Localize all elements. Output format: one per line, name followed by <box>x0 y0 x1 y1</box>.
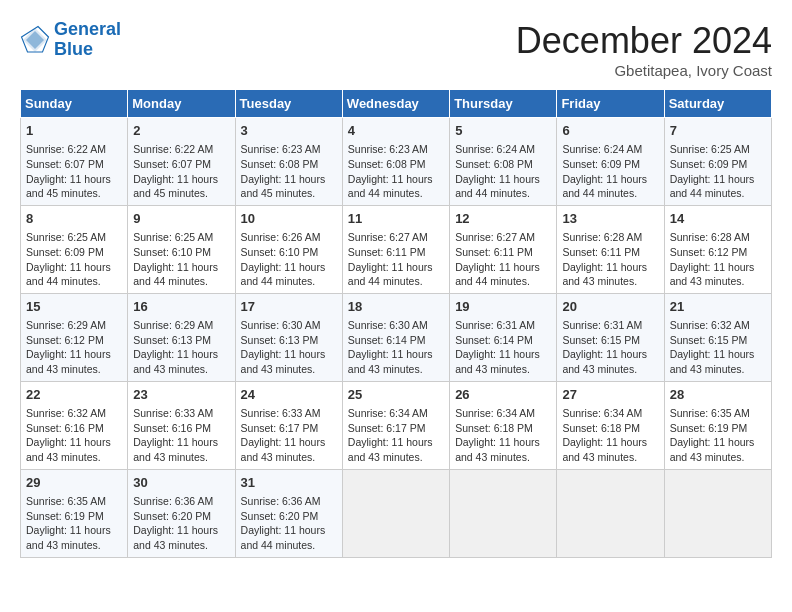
calendar-cell: 26Sunrise: 6:34 AMSunset: 6:18 PMDayligh… <box>450 381 557 469</box>
calendar-cell: 23Sunrise: 6:33 AMSunset: 6:16 PMDayligh… <box>128 381 235 469</box>
day-info-line: Sunrise: 6:35 AM <box>670 406 766 421</box>
day-info-line: Sunset: 6:14 PM <box>348 333 444 348</box>
day-number: 25 <box>348 386 444 404</box>
calendar-cell: 18Sunrise: 6:30 AMSunset: 6:14 PMDayligh… <box>342 293 449 381</box>
day-info-line: and 44 minutes. <box>241 274 337 289</box>
day-info-line: and 43 minutes. <box>562 274 658 289</box>
day-info-line: and 44 minutes. <box>241 538 337 553</box>
day-info-line: Daylight: 11 hours <box>26 523 122 538</box>
day-number: 5 <box>455 122 551 140</box>
weekday-header-tuesday: Tuesday <box>235 90 342 118</box>
day-info-line: and 44 minutes. <box>562 186 658 201</box>
logo-text: General Blue <box>54 20 121 60</box>
calendar-cell <box>557 469 664 557</box>
day-info-line: and 43 minutes. <box>562 362 658 377</box>
day-info-line: Daylight: 11 hours <box>26 435 122 450</box>
day-number: 31 <box>241 474 337 492</box>
calendar-cell: 1Sunrise: 6:22 AMSunset: 6:07 PMDaylight… <box>21 118 128 206</box>
day-info-line: Sunrise: 6:23 AM <box>241 142 337 157</box>
day-info-line: Daylight: 11 hours <box>562 347 658 362</box>
day-number: 15 <box>26 298 122 316</box>
day-info-line: Sunset: 6:12 PM <box>670 245 766 260</box>
day-number: 3 <box>241 122 337 140</box>
calendar-cell: 17Sunrise: 6:30 AMSunset: 6:13 PMDayligh… <box>235 293 342 381</box>
weekday-header-saturday: Saturday <box>664 90 771 118</box>
day-number: 11 <box>348 210 444 228</box>
day-info-line: Sunrise: 6:34 AM <box>348 406 444 421</box>
day-info-line: and 43 minutes. <box>133 450 229 465</box>
day-info-line: Daylight: 11 hours <box>562 260 658 275</box>
weekday-header-sunday: Sunday <box>21 90 128 118</box>
day-info-line: Daylight: 11 hours <box>133 172 229 187</box>
day-info-line: Daylight: 11 hours <box>241 523 337 538</box>
day-number: 7 <box>670 122 766 140</box>
day-info-line: Daylight: 11 hours <box>455 172 551 187</box>
day-info-line: Sunset: 6:10 PM <box>133 245 229 260</box>
day-number: 24 <box>241 386 337 404</box>
day-info-line: Daylight: 11 hours <box>455 435 551 450</box>
day-number: 27 <box>562 386 658 404</box>
logo: General Blue <box>20 20 121 60</box>
calendar-cell: 20Sunrise: 6:31 AMSunset: 6:15 PMDayligh… <box>557 293 664 381</box>
day-info-line: and 45 minutes. <box>26 186 122 201</box>
day-info-line: Sunset: 6:10 PM <box>241 245 337 260</box>
day-info-line: Sunset: 6:15 PM <box>562 333 658 348</box>
day-info-line: Sunset: 6:17 PM <box>348 421 444 436</box>
day-info-line: Sunset: 6:08 PM <box>348 157 444 172</box>
day-info-line: Sunrise: 6:35 AM <box>26 494 122 509</box>
weekday-header-thursday: Thursday <box>450 90 557 118</box>
day-number: 18 <box>348 298 444 316</box>
day-info-line: Sunset: 6:16 PM <box>26 421 122 436</box>
calendar-cell: 24Sunrise: 6:33 AMSunset: 6:17 PMDayligh… <box>235 381 342 469</box>
day-info-line: Sunset: 6:09 PM <box>562 157 658 172</box>
day-number: 29 <box>26 474 122 492</box>
day-info-line: Sunset: 6:09 PM <box>670 157 766 172</box>
day-info-line: Daylight: 11 hours <box>670 347 766 362</box>
day-info-line: Sunrise: 6:26 AM <box>241 230 337 245</box>
day-info-line: and 44 minutes. <box>670 186 766 201</box>
calendar-cell: 21Sunrise: 6:32 AMSunset: 6:15 PMDayligh… <box>664 293 771 381</box>
day-info-line: and 43 minutes. <box>26 538 122 553</box>
day-info-line: Sunset: 6:15 PM <box>670 333 766 348</box>
day-number: 10 <box>241 210 337 228</box>
day-number: 19 <box>455 298 551 316</box>
day-number: 6 <box>562 122 658 140</box>
day-info-line: Sunset: 6:19 PM <box>26 509 122 524</box>
day-info-line: Sunset: 6:07 PM <box>133 157 229 172</box>
day-info-line: and 43 minutes. <box>26 450 122 465</box>
day-info-line: and 43 minutes. <box>670 274 766 289</box>
calendar-cell: 22Sunrise: 6:32 AMSunset: 6:16 PMDayligh… <box>21 381 128 469</box>
day-info-line: and 43 minutes. <box>241 450 337 465</box>
day-info-line: Sunset: 6:07 PM <box>26 157 122 172</box>
day-number: 21 <box>670 298 766 316</box>
calendar-cell: 7Sunrise: 6:25 AMSunset: 6:09 PMDaylight… <box>664 118 771 206</box>
day-info-line: Sunrise: 6:27 AM <box>348 230 444 245</box>
day-number: 23 <box>133 386 229 404</box>
weekday-header-monday: Monday <box>128 90 235 118</box>
day-info-line: Daylight: 11 hours <box>348 347 444 362</box>
day-info-line: and 43 minutes. <box>348 362 444 377</box>
day-info-line: Sunrise: 6:36 AM <box>133 494 229 509</box>
day-number: 28 <box>670 386 766 404</box>
calendar-cell: 9Sunrise: 6:25 AMSunset: 6:10 PMDaylight… <box>128 205 235 293</box>
day-info-line: Daylight: 11 hours <box>241 260 337 275</box>
day-info-line: Daylight: 11 hours <box>133 347 229 362</box>
day-info-line: Sunrise: 6:34 AM <box>562 406 658 421</box>
day-info-line: Daylight: 11 hours <box>133 523 229 538</box>
day-info-line: Sunrise: 6:25 AM <box>133 230 229 245</box>
calendar-week-1: 1Sunrise: 6:22 AMSunset: 6:07 PMDaylight… <box>21 118 772 206</box>
day-info-line: and 43 minutes. <box>26 362 122 377</box>
day-info-line: Daylight: 11 hours <box>455 347 551 362</box>
day-info-line: Sunrise: 6:28 AM <box>670 230 766 245</box>
svg-marker-2 <box>26 31 44 49</box>
calendar-cell <box>342 469 449 557</box>
weekday-header-friday: Friday <box>557 90 664 118</box>
day-info-line: Sunrise: 6:29 AM <box>26 318 122 333</box>
day-info-line: Sunset: 6:08 PM <box>241 157 337 172</box>
day-info-line: Sunrise: 6:34 AM <box>455 406 551 421</box>
day-info-line: Sunrise: 6:24 AM <box>455 142 551 157</box>
day-info-line: Sunrise: 6:30 AM <box>348 318 444 333</box>
day-number: 14 <box>670 210 766 228</box>
calendar-cell: 28Sunrise: 6:35 AMSunset: 6:19 PMDayligh… <box>664 381 771 469</box>
calendar-cell: 12Sunrise: 6:27 AMSunset: 6:11 PMDayligh… <box>450 205 557 293</box>
